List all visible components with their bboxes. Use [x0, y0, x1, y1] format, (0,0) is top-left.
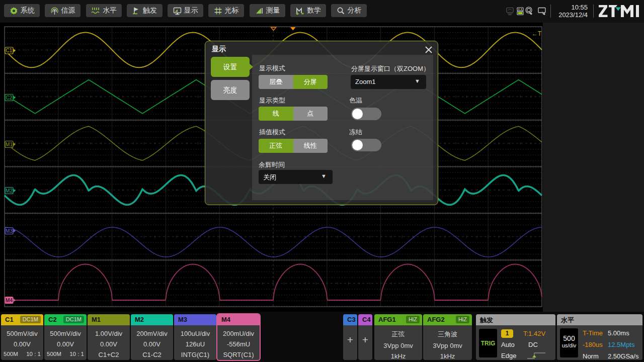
svg-text:M2: M2	[6, 188, 13, 194]
svg-text:←T: ←T	[532, 30, 542, 37]
svg-text:C2: C2	[6, 95, 13, 101]
svg-text:M4: M4	[6, 298, 13, 303]
svg-text:M1: M1	[6, 142, 13, 147]
svg-text:M3: M3	[6, 228, 13, 234]
svg-text:C1: C1	[6, 48, 13, 53]
